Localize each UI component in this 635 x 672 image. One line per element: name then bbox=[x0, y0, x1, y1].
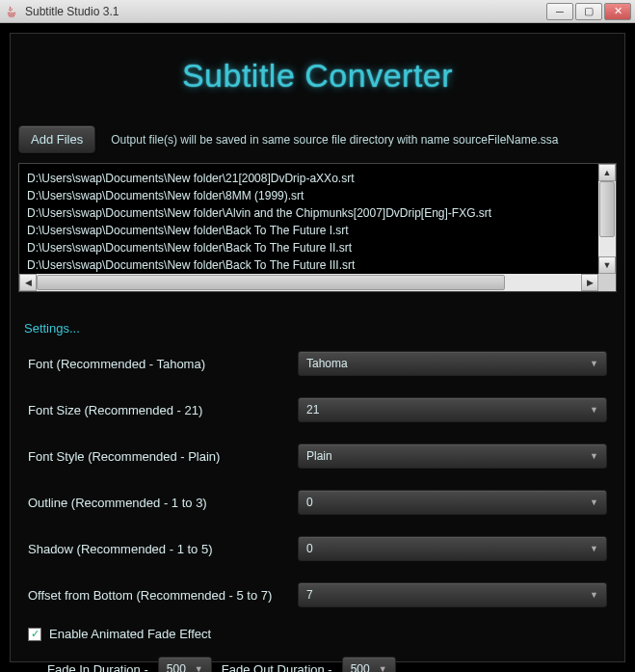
output-hint: Output file(s) will be saved in same sou… bbox=[111, 133, 558, 147]
offset-select[interactable]: 7 ▼ bbox=[298, 582, 607, 607]
scroll-corner bbox=[598, 274, 616, 291]
file-item[interactable]: D:\Users\swap\Documents\New folder\21[20… bbox=[27, 170, 608, 187]
scroll-left-icon[interactable]: ◀ bbox=[19, 274, 37, 291]
chevron-down-icon: ▼ bbox=[590, 497, 598, 507]
enable-fade-checkbox[interactable]: ✓ bbox=[28, 628, 41, 641]
maximize-button[interactable]: ▢ bbox=[575, 3, 602, 20]
file-item[interactable]: D:\Users\swap\Documents\New folder\8MM (… bbox=[27, 187, 608, 204]
chevron-down-icon: ▼ bbox=[195, 664, 203, 672]
chevron-down-icon: ▼ bbox=[379, 664, 387, 672]
horizontal-scrollbar[interactable]: ◀ ▶ bbox=[19, 274, 598, 291]
add-files-button[interactable]: Add Files bbox=[18, 125, 95, 153]
file-item[interactable]: D:\Users\swap\Documents\New folder\Back … bbox=[27, 256, 608, 274]
minimize-button[interactable]: ─ bbox=[546, 3, 573, 20]
file-item[interactable]: D:\Users\swap\Documents\New folder\Back … bbox=[27, 222, 608, 239]
scroll-down-icon[interactable]: ▼ bbox=[598, 256, 616, 274]
app-title: Subtitle Converter bbox=[11, 34, 624, 121]
outline-select[interactable]: 0 ▼ bbox=[298, 490, 607, 515]
file-item[interactable]: D:\Users\swap\Documents\New folder\Back … bbox=[27, 239, 608, 256]
font-select[interactable]: Tahoma ▼ bbox=[298, 351, 607, 376]
scroll-thumb[interactable] bbox=[37, 275, 505, 290]
chevron-down-icon: ▼ bbox=[590, 359, 598, 368]
font-style-label: Font Style (Recommended - Plain) bbox=[28, 449, 298, 464]
font-size-select[interactable]: 21 ▼ bbox=[298, 397, 607, 422]
file-item[interactable]: D:\Users\swap\Documents\New folder\Alvin… bbox=[27, 204, 608, 222]
fade-out-label: Fade Out Duration - bbox=[222, 662, 332, 673]
outline-label: Outline (Recommended - 1 to 3) bbox=[28, 496, 298, 510]
java-icon bbox=[4, 4, 19, 19]
enable-fade-label: Enable Animated Fade Effect bbox=[49, 627, 211, 641]
offset-label: Offset from Bottom (Recommended - 5 to 7… bbox=[28, 588, 298, 603]
chevron-down-icon: ▼ bbox=[590, 451, 598, 461]
title-bar: Subtitle Studio 3.1 ─ ▢ ✕ bbox=[0, 0, 635, 23]
settings-title: Settings... bbox=[18, 317, 617, 347]
font-label: Font (Recommended - Tahoma) bbox=[28, 357, 298, 371]
file-list[interactable]: D:\Users\swap\Documents\New folder\21[20… bbox=[18, 163, 617, 292]
fade-in-label: Fade In Duration - bbox=[47, 662, 148, 673]
font-size-label: Font Size (Recommended - 21) bbox=[28, 403, 298, 417]
scroll-up-icon[interactable]: ▲ bbox=[598, 164, 616, 181]
shadow-select[interactable]: 0 ▼ bbox=[298, 536, 607, 561]
chevron-down-icon: ▼ bbox=[590, 405, 598, 415]
shadow-label: Shadow (Recommended - 1 to 5) bbox=[28, 542, 298, 556]
scroll-thumb[interactable] bbox=[599, 181, 615, 237]
scroll-right-icon[interactable]: ▶ bbox=[581, 274, 598, 291]
window-title: Subtitle Studio 3.1 bbox=[25, 5, 119, 18]
vertical-scrollbar[interactable]: ▲ ▼ bbox=[598, 164, 616, 274]
chevron-down-icon: ▼ bbox=[590, 590, 598, 600]
fade-in-select[interactable]: 500 ▼ bbox=[158, 657, 212, 672]
chevron-down-icon: ▼ bbox=[590, 544, 598, 553]
close-button[interactable]: ✕ bbox=[604, 3, 631, 20]
font-style-select[interactable]: Plain ▼ bbox=[298, 444, 607, 469]
fade-out-select[interactable]: 500 ▼ bbox=[342, 657, 396, 672]
